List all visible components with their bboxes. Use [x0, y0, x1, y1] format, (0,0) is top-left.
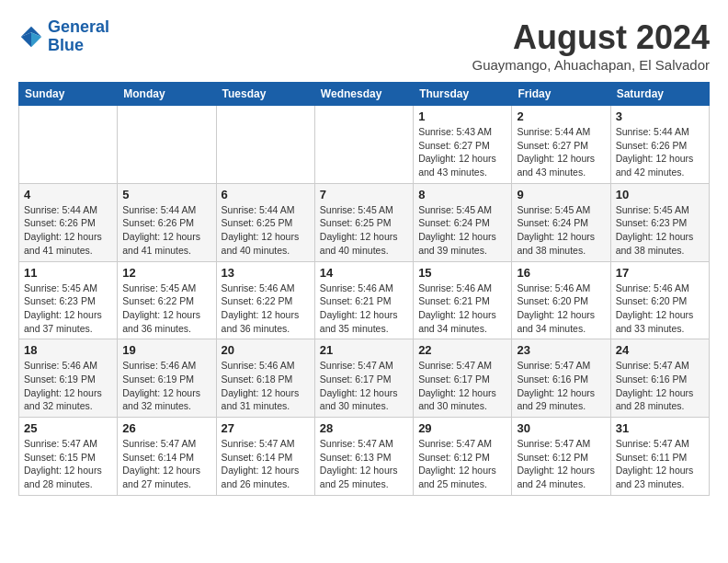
- day-number: 26: [122, 421, 210, 435]
- calendar-cell: 9Sunrise: 5:45 AM Sunset: 6:24 PM Daylig…: [512, 183, 610, 261]
- week-row-0: 1Sunrise: 5:43 AM Sunset: 6:27 PM Daylig…: [19, 106, 710, 184]
- logo-text: General Blue: [48, 18, 109, 55]
- week-row-1: 4Sunrise: 5:44 AM Sunset: 6:26 PM Daylig…: [19, 183, 710, 261]
- calendar-cell: 10Sunrise: 5:45 AM Sunset: 6:23 PM Dayli…: [610, 183, 709, 261]
- calendar-cell: 21Sunrise: 5:47 AM Sunset: 6:17 PM Dayli…: [314, 339, 413, 418]
- day-number: 18: [24, 343, 112, 357]
- day-number: 31: [616, 421, 704, 435]
- day-number: 10: [616, 188, 704, 201]
- svg-marker-1: [31, 32, 41, 47]
- calendar-cell: 24Sunrise: 5:47 AM Sunset: 6:16 PM Dayli…: [610, 339, 709, 418]
- day-number: 15: [418, 266, 506, 280]
- title-block: August 2024 Guaymango, Ahuachapan, El Sa…: [472, 18, 710, 73]
- day-number: 16: [517, 266, 605, 280]
- day-info: Sunrise: 5:47 AM Sunset: 6:14 PM Dayligh…: [122, 437, 210, 491]
- day-number: 1: [418, 109, 506, 123]
- day-number: 13: [222, 266, 310, 280]
- day-info: Sunrise: 5:44 AM Sunset: 6:26 PM Dayligh…: [616, 125, 704, 179]
- day-info: Sunrise: 5:46 AM Sunset: 6:20 PM Dayligh…: [517, 282, 605, 336]
- day-number: 25: [24, 421, 112, 435]
- calendar-cell: 26Sunrise: 5:47 AM Sunset: 6:14 PM Dayli…: [118, 418, 216, 496]
- day-info: Sunrise: 5:47 AM Sunset: 6:17 PM Dayligh…: [418, 359, 506, 413]
- calendar-cell: 4Sunrise: 5:44 AM Sunset: 6:26 PM Daylig…: [19, 183, 118, 261]
- week-row-2: 11Sunrise: 5:45 AM Sunset: 6:23 PM Dayli…: [19, 261, 710, 339]
- day-info: Sunrise: 5:45 AM Sunset: 6:25 PM Dayligh…: [320, 203, 408, 258]
- day-number: 22: [418, 343, 506, 357]
- day-number: 30: [517, 421, 605, 435]
- header-saturday: Saturday: [610, 83, 709, 106]
- day-info: Sunrise: 5:44 AM Sunset: 6:26 PM Dayligh…: [24, 203, 112, 258]
- day-number: 27: [222, 421, 310, 435]
- day-info: Sunrise: 5:46 AM Sunset: 6:18 PM Dayligh…: [222, 359, 310, 413]
- week-row-3: 18Sunrise: 5:46 AM Sunset: 6:19 PM Dayli…: [19, 339, 710, 418]
- calendar-cell: 28Sunrise: 5:47 AM Sunset: 6:13 PM Dayli…: [314, 418, 413, 496]
- calendar-cell: 23Sunrise: 5:47 AM Sunset: 6:16 PM Dayli…: [512, 339, 610, 418]
- logo-line2: Blue: [48, 36, 84, 54]
- day-info: Sunrise: 5:47 AM Sunset: 6:16 PM Dayligh…: [517, 359, 605, 413]
- calendar-body: 1Sunrise: 5:43 AM Sunset: 6:27 PM Daylig…: [19, 106, 710, 496]
- day-info: Sunrise: 5:46 AM Sunset: 6:20 PM Dayligh…: [616, 282, 704, 336]
- calendar-cell: 13Sunrise: 5:46 AM Sunset: 6:22 PM Dayli…: [216, 261, 314, 339]
- calendar-cell: 27Sunrise: 5:47 AM Sunset: 6:14 PM Dayli…: [216, 418, 314, 496]
- day-info: Sunrise: 5:45 AM Sunset: 6:24 PM Dayligh…: [418, 203, 506, 258]
- day-number: 4: [24, 188, 112, 201]
- day-info: Sunrise: 5:47 AM Sunset: 6:12 PM Dayligh…: [418, 437, 506, 491]
- page-header: General Blue August 2024 Guaymango, Ahua…: [18, 18, 710, 73]
- header-sunday: Sunday: [19, 83, 118, 106]
- day-number: 24: [616, 343, 704, 357]
- logo-line1: General: [48, 17, 109, 36]
- calendar-cell: 31Sunrise: 5:47 AM Sunset: 6:11 PM Dayli…: [610, 418, 709, 496]
- day-number: 23: [517, 343, 605, 357]
- location: Guaymango, Ahuachapan, El Salvador: [472, 57, 710, 73]
- logo: General Blue: [18, 18, 109, 55]
- day-number: 28: [320, 421, 408, 435]
- day-info: Sunrise: 5:44 AM Sunset: 6:26 PM Dayligh…: [122, 203, 210, 258]
- calendar-cell: 19Sunrise: 5:46 AM Sunset: 6:19 PM Dayli…: [118, 339, 216, 418]
- day-info: Sunrise: 5:46 AM Sunset: 6:22 PM Dayligh…: [222, 282, 310, 336]
- day-number: 29: [418, 421, 506, 435]
- day-number: 5: [122, 188, 210, 201]
- calendar-cell: 25Sunrise: 5:47 AM Sunset: 6:15 PM Dayli…: [19, 418, 118, 496]
- calendar-cell: 5Sunrise: 5:44 AM Sunset: 6:26 PM Daylig…: [118, 183, 216, 261]
- calendar-cell: [314, 106, 413, 184]
- calendar-table: SundayMondayTuesdayWednesdayThursdayFrid…: [18, 82, 710, 496]
- day-info: Sunrise: 5:47 AM Sunset: 6:12 PM Dayligh…: [517, 437, 605, 491]
- header-wednesday: Wednesday: [314, 83, 413, 106]
- day-info: Sunrise: 5:43 AM Sunset: 6:27 PM Dayligh…: [418, 125, 506, 179]
- calendar-cell: 3Sunrise: 5:44 AM Sunset: 6:26 PM Daylig…: [610, 106, 709, 184]
- calendar-cell: 12Sunrise: 5:45 AM Sunset: 6:22 PM Dayli…: [118, 261, 216, 339]
- day-number: 7: [320, 188, 408, 201]
- calendar-cell: 30Sunrise: 5:47 AM Sunset: 6:12 PM Dayli…: [512, 418, 610, 496]
- calendar-cell: 11Sunrise: 5:45 AM Sunset: 6:23 PM Dayli…: [19, 261, 118, 339]
- day-info: Sunrise: 5:45 AM Sunset: 6:22 PM Dayligh…: [122, 282, 210, 336]
- day-info: Sunrise: 5:46 AM Sunset: 6:19 PM Dayligh…: [122, 359, 210, 413]
- day-number: 9: [517, 188, 605, 201]
- day-number: 17: [616, 266, 704, 280]
- day-info: Sunrise: 5:47 AM Sunset: 6:16 PM Dayligh…: [616, 359, 704, 413]
- day-number: 3: [616, 109, 704, 123]
- day-info: Sunrise: 5:45 AM Sunset: 6:23 PM Dayligh…: [24, 282, 112, 336]
- week-row-4: 25Sunrise: 5:47 AM Sunset: 6:15 PM Dayli…: [19, 418, 710, 496]
- header-friday: Friday: [512, 83, 610, 106]
- calendar-cell: 18Sunrise: 5:46 AM Sunset: 6:19 PM Dayli…: [19, 339, 118, 418]
- day-number: 11: [24, 266, 112, 280]
- day-info: Sunrise: 5:46 AM Sunset: 6:21 PM Dayligh…: [320, 282, 408, 336]
- calendar-cell: 15Sunrise: 5:46 AM Sunset: 6:21 PM Dayli…: [414, 261, 512, 339]
- day-number: 12: [122, 266, 210, 280]
- header-monday: Monday: [118, 83, 216, 106]
- calendar-cell: 16Sunrise: 5:46 AM Sunset: 6:20 PM Dayli…: [512, 261, 610, 339]
- day-info: Sunrise: 5:47 AM Sunset: 6:14 PM Dayligh…: [222, 437, 310, 491]
- day-info: Sunrise: 5:46 AM Sunset: 6:19 PM Dayligh…: [24, 359, 112, 413]
- logo-icon: [18, 24, 44, 50]
- day-number: 2: [517, 109, 605, 123]
- calendar-cell: 22Sunrise: 5:47 AM Sunset: 6:17 PM Dayli…: [414, 339, 512, 418]
- header-row: SundayMondayTuesdayWednesdayThursdayFrid…: [19, 83, 710, 106]
- calendar-cell: 2Sunrise: 5:44 AM Sunset: 6:27 PM Daylig…: [512, 106, 610, 184]
- calendar-cell: 20Sunrise: 5:46 AM Sunset: 6:18 PM Dayli…: [216, 339, 314, 418]
- calendar-header: SundayMondayTuesdayWednesdayThursdayFrid…: [19, 83, 710, 106]
- day-info: Sunrise: 5:44 AM Sunset: 6:25 PM Dayligh…: [222, 203, 310, 258]
- calendar-cell: [19, 106, 118, 184]
- day-number: 14: [320, 266, 408, 280]
- calendar-cell: 29Sunrise: 5:47 AM Sunset: 6:12 PM Dayli…: [414, 418, 512, 496]
- calendar-cell: [216, 106, 314, 184]
